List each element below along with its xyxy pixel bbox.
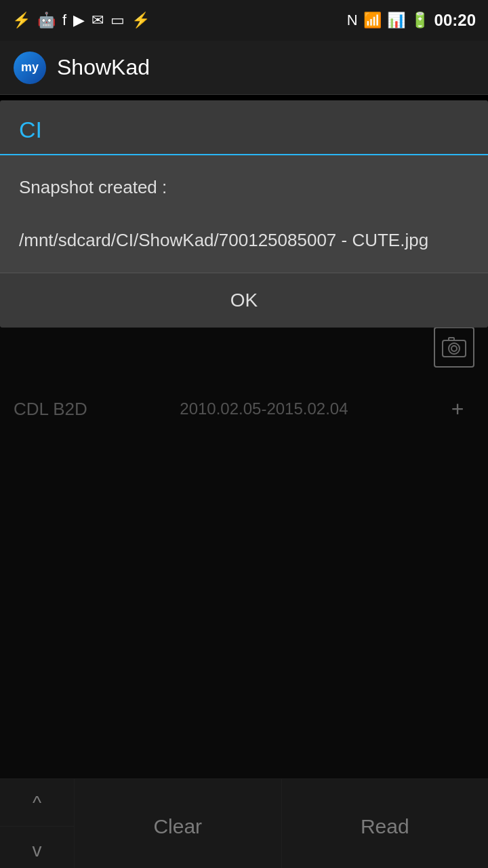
dialog-message-line2: /mnt/sdcard/CI/ShowKad/	[19, 230, 219, 250]
tablet-icon: ▭	[110, 12, 125, 29]
dialog-body: Snapshot created : /mnt/sdcard/CI/ShowKa…	[0, 155, 488, 273]
status-bar: ⚡ 🤖 f ▶ ✉ ▭ ⚡ N 📶 📊 🔋 00:20	[0, 0, 488, 41]
android-icon: 🤖	[37, 12, 56, 29]
nfc-icon: N	[347, 12, 358, 29]
facebook-icon: f	[62, 12, 66, 29]
app-bar: my ShowKad	[0, 41, 488, 95]
dialog-message: Snapshot created : /mnt/sdcard/CI/ShowKa…	[19, 174, 469, 254]
play-icon: ▶	[73, 12, 85, 29]
signal-icon: 📊	[387, 12, 405, 29]
main-content: 700125-08-5007 CUTE KITTY	[0, 100, 488, 868]
app-logo: my	[14, 52, 46, 84]
status-time: 00:20	[434, 11, 476, 30]
dialog: CI Snapshot created : /mnt/sdcard/CI/Sho…	[0, 100, 488, 328]
dialog-title: CI	[19, 117, 42, 142]
battery-icon: 🔋	[411, 12, 429, 29]
dialog-title-bar: CI	[0, 100, 488, 155]
logo-text: my	[21, 60, 39, 75]
dialog-overlay: CI Snapshot created : /mnt/sdcard/CI/Sho…	[0, 100, 488, 868]
dialog-message-line3: 700125085007 - CUTE.jpg	[219, 230, 428, 250]
usb2-icon: ⚡	[131, 12, 150, 29]
dialog-message-line1: Snapshot created :	[19, 177, 167, 197]
mail-icon: ✉	[92, 12, 104, 29]
app-title: ShowKad	[57, 55, 150, 80]
usb-icon: ⚡	[12, 12, 30, 29]
dialog-actions: OK	[0, 273, 488, 328]
ok-button[interactable]: OK	[0, 273, 488, 328]
status-icons-left: ⚡ 🤖 f ▶ ✉ ▭ ⚡	[12, 12, 150, 29]
status-icons-right: N 📶 📊 🔋 00:20	[347, 11, 476, 30]
wifi-icon: 📶	[363, 12, 382, 29]
